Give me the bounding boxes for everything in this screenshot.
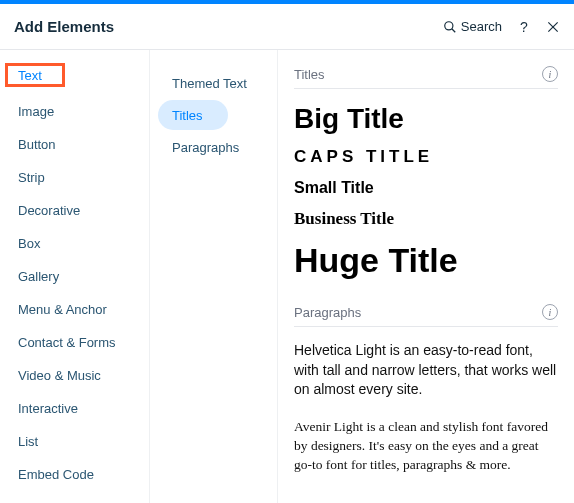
svg-point-0 — [445, 21, 453, 29]
search-label: Search — [461, 19, 502, 34]
paragraphs-section-label: Paragraphs — [294, 305, 361, 320]
category-list[interactable]: List — [0, 425, 149, 458]
subcategory-list: Themed Text Titles Paragraphs — [150, 50, 278, 503]
titles-section-label: Titles — [294, 67, 325, 82]
title-sample-big[interactable]: Big Title — [294, 103, 558, 135]
category-image[interactable]: Image — [0, 95, 149, 128]
subcategory-paragraphs[interactable]: Paragraphs — [158, 132, 269, 162]
title-sample-caps[interactable]: CAPS TITLE — [294, 147, 558, 167]
category-button[interactable]: Button — [0, 128, 149, 161]
search-button[interactable]: Search — [443, 19, 502, 34]
category-text[interactable]: Text — [4, 62, 66, 88]
panel-body: Text Image Button Strip Decorative Box G… — [0, 50, 574, 503]
header-actions: Search ? — [443, 19, 560, 35]
category-video-music[interactable]: Video & Music — [0, 359, 149, 392]
category-menu-anchor[interactable]: Menu & Anchor — [0, 293, 149, 326]
close-button[interactable] — [546, 20, 560, 34]
category-contact-forms[interactable]: Contact & Forms — [0, 326, 149, 359]
subcategory-themed-text[interactable]: Themed Text — [158, 68, 269, 98]
category-strip[interactable]: Strip — [0, 161, 149, 194]
category-gallery[interactable]: Gallery — [0, 260, 149, 293]
category-interactive[interactable]: Interactive — [0, 392, 149, 425]
title-sample-small[interactable]: Small Title — [294, 179, 558, 197]
category-decorative[interactable]: Decorative — [0, 194, 149, 227]
search-icon — [443, 20, 457, 34]
panel-title: Add Elements — [14, 18, 443, 35]
titles-section-header: Titles i — [294, 60, 558, 89]
paragraph-sample-avenir[interactable]: Avenir Light is a clean and stylish font… — [294, 418, 558, 475]
preview-pane: Titles i Big Title CAPS TITLE Small Titl… — [278, 50, 574, 503]
title-sample-huge[interactable]: Huge Title — [294, 241, 558, 280]
paragraph-sample-helvetica[interactable]: Helvetica Light is an easy-to-read font,… — [294, 341, 558, 400]
category-embed-code[interactable]: Embed Code — [0, 458, 149, 491]
paragraphs-section-header: Paragraphs i — [294, 298, 558, 327]
titles-info-button[interactable]: i — [542, 66, 558, 82]
panel-header: Add Elements Search ? — [0, 4, 574, 50]
category-list: Text Image Button Strip Decorative Box G… — [0, 50, 150, 503]
category-social[interactable]: Social — [0, 491, 149, 503]
svg-line-1 — [452, 28, 456, 32]
subcategory-titles[interactable]: Titles — [158, 100, 228, 130]
help-button[interactable]: ? — [516, 19, 532, 35]
paragraphs-info-button[interactable]: i — [542, 304, 558, 320]
title-sample-business[interactable]: Business Title — [294, 209, 558, 229]
category-box[interactable]: Box — [0, 227, 149, 260]
close-icon — [546, 20, 560, 34]
